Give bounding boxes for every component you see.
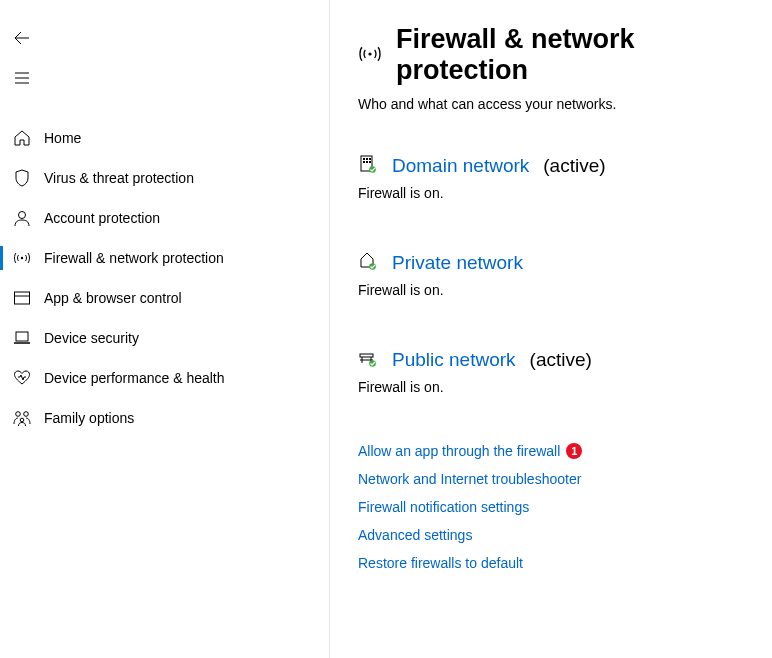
- svg-point-5: [16, 412, 21, 417]
- sidebar-item-family[interactable]: Family options: [0, 398, 329, 438]
- sidebar-item-performance[interactable]: Device performance & health: [0, 358, 329, 398]
- svg-rect-2: [15, 292, 30, 304]
- nav-label: Home: [44, 130, 81, 146]
- network-active-label: (active): [543, 155, 605, 177]
- svg-point-7: [20, 418, 24, 422]
- building-icon: [358, 154, 378, 174]
- notifications-link[interactable]: Firewall notification settings: [358, 499, 529, 515]
- svg-point-22: [369, 360, 376, 367]
- allow-app-link[interactable]: Allow an app through the firewall: [358, 443, 560, 459]
- nav-label: Virus & threat protection: [44, 170, 194, 186]
- nav-list: Home Virus & threat protection Account p…: [0, 118, 329, 438]
- badge-icon: 1: [566, 443, 582, 459]
- domain-network-link[interactable]: Domain network: [392, 155, 529, 177]
- svg-point-8: [368, 52, 371, 55]
- page-title: Firewall & network protection: [396, 24, 752, 86]
- top-controls: [0, 10, 329, 118]
- shield-icon: [12, 168, 32, 188]
- antenna-icon: [12, 248, 32, 268]
- network-status: Firewall is on.: [358, 282, 752, 298]
- sidebar-item-account[interactable]: Account protection: [0, 198, 329, 238]
- svg-point-0: [19, 212, 26, 219]
- window-icon: [12, 288, 32, 308]
- network-private: Private network Firewall is on.: [358, 249, 752, 298]
- svg-rect-15: [369, 161, 371, 163]
- sidebar-item-virus[interactable]: Virus & threat protection: [0, 158, 329, 198]
- hamburger-icon: [14, 70, 30, 86]
- menu-button[interactable]: [2, 58, 42, 98]
- svg-rect-10: [363, 158, 365, 160]
- sidebar: Home Virus & threat protection Account p…: [0, 0, 330, 658]
- advanced-settings-link[interactable]: Advanced settings: [358, 527, 472, 543]
- network-status: Firewall is on.: [358, 185, 752, 201]
- sidebar-item-home[interactable]: Home: [0, 118, 329, 158]
- home-icon: [12, 128, 32, 148]
- laptop-icon: [12, 328, 32, 348]
- sidebar-item-device-security[interactable]: Device security: [0, 318, 329, 358]
- bottom-links: Allow an app through the firewall 1 Netw…: [358, 443, 752, 571]
- svg-rect-14: [366, 161, 368, 163]
- network-public: Public network (active) Firewall is on.: [358, 346, 752, 395]
- svg-point-1: [21, 257, 23, 259]
- svg-rect-11: [366, 158, 368, 160]
- network-domain: Domain network (active) Firewall is on.: [358, 152, 752, 201]
- heart-icon: [12, 368, 32, 388]
- bench-icon: [358, 348, 378, 368]
- nav-label: Account protection: [44, 210, 160, 226]
- sidebar-item-firewall[interactable]: Firewall & network protection: [0, 238, 329, 278]
- svg-rect-12: [369, 158, 371, 160]
- network-active-label: (active): [530, 349, 592, 371]
- page-subtitle: Who and what can access your networks.: [358, 96, 752, 112]
- page-header: Firewall & network protection: [358, 24, 752, 86]
- network-status: Firewall is on.: [358, 379, 752, 395]
- back-button[interactable]: [2, 18, 42, 58]
- sidebar-item-app-browser[interactable]: App & browser control: [0, 278, 329, 318]
- svg-point-17: [369, 263, 376, 270]
- public-network-link[interactable]: Public network: [392, 349, 516, 371]
- svg-point-6: [24, 412, 29, 417]
- nav-label: App & browser control: [44, 290, 182, 306]
- family-icon: [12, 408, 32, 428]
- main-content: Firewall & network protection Who and wh…: [330, 0, 772, 658]
- svg-rect-13: [363, 161, 365, 163]
- nav-label: Firewall & network protection: [44, 250, 224, 266]
- nav-label: Device performance & health: [44, 370, 225, 386]
- private-network-link[interactable]: Private network: [392, 252, 523, 274]
- svg-rect-18: [360, 354, 373, 357]
- restore-defaults-link[interactable]: Restore firewalls to default: [358, 555, 523, 571]
- antenna-icon: [358, 42, 382, 69]
- house-icon: [358, 251, 378, 271]
- troubleshooter-link[interactable]: Network and Internet troubleshooter: [358, 471, 581, 487]
- arrow-left-icon: [14, 30, 30, 46]
- svg-point-16: [369, 166, 376, 173]
- nav-label: Family options: [44, 410, 134, 426]
- person-icon: [12, 208, 32, 228]
- svg-rect-4: [16, 332, 28, 341]
- nav-label: Device security: [44, 330, 139, 346]
